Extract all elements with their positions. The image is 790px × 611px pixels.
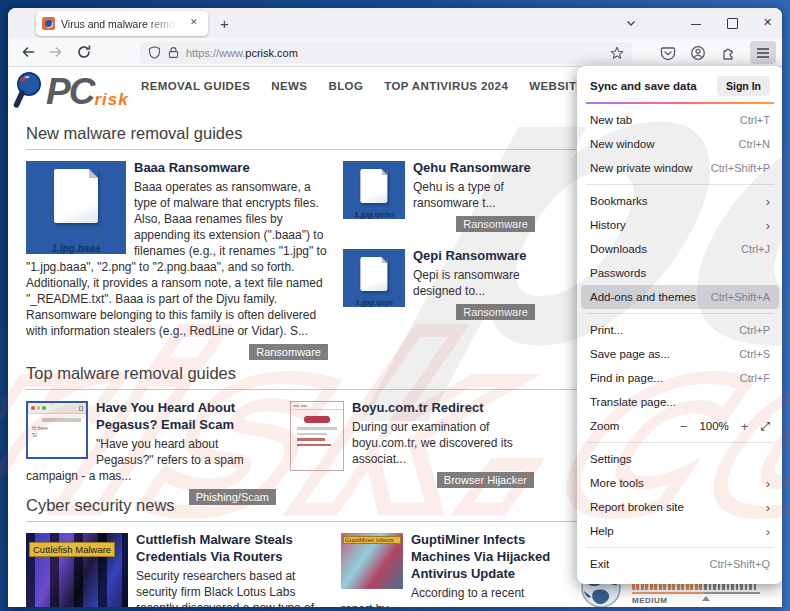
- article-thumbnail[interactable]: [290, 401, 344, 471]
- menu-item-more-tools[interactable]: More tools: [577, 471, 782, 495]
- fullscreen-icon[interactable]: [760, 419, 770, 433]
- logo-text-pc: PC: [46, 75, 93, 109]
- shield-icon[interactable]: [148, 46, 161, 59]
- site-favicon-icon: [42, 17, 55, 30]
- app-menu-button[interactable]: [750, 41, 776, 64]
- menu-item-zoom: Zoom 100%: [577, 414, 782, 438]
- article-thumbnail[interactable]: GuptiMiner Infects: [341, 533, 403, 589]
- menu-item-addons-themes[interactable]: Add-ons and themes Ctrl+Shift+A: [581, 285, 779, 309]
- menu-item-sync[interactable]: Sync and save data Sign In: [577, 74, 782, 98]
- section-new-malware-guides: New malware removal guides 1.jpg.baaa Ba…: [26, 124, 584, 360]
- article-thumbnail[interactable]: 1.jpg.qehu: [343, 161, 405, 219]
- menu-item-downloads[interactable]: Downloads Ctrl+J: [577, 237, 782, 261]
- active-tab[interactable]: Virus and malware removal inst: [36, 11, 208, 36]
- article-pegasus-email-scam: Hi there To: Have You Heard About Pegasu…: [26, 399, 276, 505]
- menu-item-save-page-as[interactable]: Save page as... Ctrl+S: [577, 342, 782, 366]
- section-heading: New malware removal guides: [26, 124, 584, 150]
- file-icon: [360, 257, 387, 291]
- email-window-titlebar: [28, 403, 86, 414]
- pocket-icon[interactable]: [660, 45, 676, 61]
- menu-separator: [586, 547, 774, 548]
- maximize-button[interactable]: [726, 16, 740, 30]
- email-to-line: To:: [28, 432, 86, 439]
- article-thumbnail[interactable]: 1.jpg.baaa: [26, 161, 126, 254]
- zoom-out-button[interactable]: [680, 419, 688, 434]
- meter-marker-icon: [702, 596, 710, 601]
- category-badge[interactable]: Ransomware: [456, 304, 535, 320]
- back-button[interactable]: [20, 44, 36, 60]
- url-prefix: https://www.: [186, 47, 245, 59]
- chevron-right-icon: [766, 501, 770, 514]
- menu-item-history[interactable]: History: [577, 213, 782, 237]
- new-tab-button[interactable]: [220, 15, 236, 31]
- article-thumbnail[interactable]: Hi there To:: [26, 401, 88, 459]
- email-greeting: Hi there: [28, 425, 86, 432]
- desktop-background: Virus and malware removal inst: [0, 0, 790, 611]
- hamburger-icon: [756, 47, 770, 59]
- category-badge[interactable]: Browser Hijacker: [437, 472, 534, 488]
- main-navigation: REMOVAL GUIDES NEWS BLOG TOP ANTIVIRUS 2…: [141, 80, 648, 92]
- menu-item-new-window[interactable]: New window Ctrl+N: [577, 132, 782, 156]
- nav-top-antivirus[interactable]: TOP ANTIVIRUS 2024: [384, 80, 508, 92]
- chevron-right-icon: [766, 525, 770, 538]
- article-qepi-ransomware: 1.jpg.qepi Qepi Ransomware Qepi is ranso…: [343, 247, 535, 320]
- menu-item-translate-page[interactable]: Translate page...: [577, 390, 782, 414]
- list-all-tabs-chevron-icon[interactable]: [624, 16, 638, 30]
- logo-text-risk: risk: [94, 91, 128, 109]
- url-host: pcrisk.com: [245, 47, 298, 59]
- menu-item-print[interactable]: Print... Ctrl+P: [577, 318, 782, 342]
- chevron-right-icon: [766, 219, 770, 232]
- thumbnail-label: GuptiMiner Infects: [343, 536, 401, 544]
- article-thumbnail[interactable]: Cuttlefish Malware: [26, 533, 128, 607]
- thumbnail-caption: 1.jpg.baaa: [26, 243, 126, 254]
- account-icon[interactable]: [690, 45, 706, 61]
- chevron-right-icon: [766, 477, 770, 490]
- article-guptiminer: GuptiMiner Infects GuptiMiner Infects Ma…: [341, 531, 553, 607]
- section-top-malware-guides: Top malware removal guides Hi there To:: [26, 364, 584, 505]
- section-cyber-security-news: Cyber security news Cuttlefish Malware C…: [26, 496, 584, 607]
- pcrisk-logo[interactable]: PCrisk: [12, 71, 129, 109]
- article-baaa-ransomware: 1.jpg.baaa Baaa Ransomware Baaa operates…: [26, 159, 328, 360]
- nav-removal-guides[interactable]: REMOVAL GUIDES: [141, 80, 250, 92]
- tab-title: Virus and malware removal inst: [61, 18, 179, 30]
- article-cuttlefish-malware: Cuttlefish Malware Cuttlefish Malware St…: [26, 531, 332, 607]
- menu-item-settings[interactable]: Settings: [577, 447, 782, 471]
- thumbnail-caption: 1.jpg.qehu: [343, 210, 405, 219]
- menu-separator: [586, 313, 774, 314]
- menu-separator: [586, 184, 774, 185]
- zoom-in-button[interactable]: [741, 419, 749, 434]
- lock-icon[interactable]: [167, 46, 180, 59]
- bookmark-star-icon[interactable]: [610, 46, 624, 60]
- nav-blog[interactable]: BLOG: [328, 80, 363, 92]
- chevron-right-icon: [766, 195, 770, 208]
- file-icon: [54, 169, 98, 223]
- reload-button[interactable]: [76, 44, 92, 60]
- tab-close-icon[interactable]: [188, 17, 202, 31]
- close-window-button[interactable]: [762, 16, 776, 30]
- category-badge[interactable]: Ransomware: [456, 216, 535, 232]
- section-heading: Top malware removal guides: [26, 364, 584, 390]
- url-bar[interactable]: https://www.pcrisk.com: [140, 42, 632, 64]
- menu-item-help[interactable]: Help: [577, 519, 782, 543]
- gradient-separator: [586, 102, 774, 104]
- menu-item-passwords[interactable]: Passwords: [577, 261, 782, 285]
- menu-item-exit[interactable]: Exit Ctrl+Shift+Q: [577, 552, 782, 576]
- forward-button[interactable]: [48, 44, 64, 60]
- menu-item-new-tab[interactable]: New tab Ctrl+T: [577, 108, 782, 132]
- menu-item-new-private-window[interactable]: New private window Ctrl+Shift+P: [577, 156, 782, 180]
- thumbnail-caption: 1.jpg.qepi: [343, 298, 405, 307]
- section-heading: Cyber security news: [26, 496, 584, 522]
- navigation-toolbar: https://www.pcrisk.com: [8, 38, 782, 67]
- red-button-graphic: [304, 416, 330, 423]
- menu-item-bookmarks[interactable]: Bookmarks: [577, 189, 782, 213]
- menu-item-report-broken-site[interactable]: Report broken site: [577, 495, 782, 519]
- threat-level-label: MEDIUM: [632, 596, 667, 605]
- category-badge[interactable]: Ransomware: [249, 344, 328, 360]
- minimize-button[interactable]: [690, 16, 704, 30]
- menu-item-find-in-page[interactable]: Find in page... Ctrl+F: [577, 366, 782, 390]
- extensions-puzzle-icon[interactable]: [720, 45, 736, 61]
- sign-in-button[interactable]: Sign In: [717, 76, 770, 96]
- article-thumbnail[interactable]: 1.jpg.qepi: [343, 249, 405, 307]
- zoom-level[interactable]: 100%: [699, 420, 728, 432]
- nav-news[interactable]: NEWS: [271, 80, 307, 92]
